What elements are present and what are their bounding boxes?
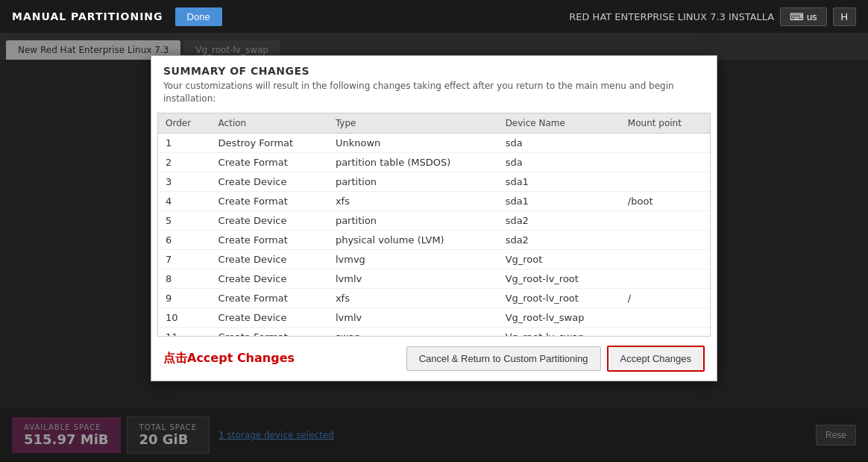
- cell-device: sda: [498, 133, 620, 152]
- table-row: 9Create FormatxfsVg_root-lv_root/: [158, 288, 710, 308]
- cell-order: 4: [158, 191, 211, 210]
- cell-device: Vg_root-lv_root: [498, 269, 620, 288]
- table-body: 1Destroy FormatUnknownsda2Create Formatp…: [158, 133, 710, 337]
- cell-action: Destroy Format: [211, 133, 328, 152]
- cell-order: 10: [158, 308, 211, 327]
- cell-order: 6: [158, 230, 211, 249]
- table-row: 3Create Devicepartitionsda1: [158, 172, 710, 191]
- changes-table-wrapper: Order Action Type Device Name Mount poin…: [157, 113, 711, 337]
- cell-action: Create Format: [211, 230, 328, 249]
- cell-action: Create Device: [211, 249, 328, 269]
- cell-mount: /boot: [620, 191, 710, 210]
- cell-order: 5: [158, 210, 211, 230]
- table-row: 10Create DevicelvmlvVg_root-lv_swap: [158, 308, 710, 327]
- cell-device: Vg_root: [498, 249, 620, 269]
- cell-device: sda2: [498, 210, 620, 230]
- col-order: Order: [158, 113, 211, 134]
- cell-order: 3: [158, 172, 211, 191]
- cell-order: 2: [158, 152, 211, 172]
- help-button[interactable]: H: [833, 7, 856, 26]
- cell-action: Create Device: [211, 172, 328, 191]
- hint-text: 点击Accept Changes: [163, 351, 295, 366]
- cell-device: sda1: [498, 172, 620, 191]
- cell-type: physical volume (LVM): [328, 230, 498, 249]
- cell-mount: [620, 133, 710, 152]
- cell-device: sda2: [498, 230, 620, 249]
- table-row: 2Create Formatpartition table (MSDOS)sda: [158, 152, 710, 172]
- cell-order: 1: [158, 133, 211, 152]
- center-area: New Red Hat Enterprise Linux 7.3 Vg_root…: [0, 33, 868, 462]
- cell-type: xfs: [328, 288, 498, 308]
- table-row: 6Create Formatphysical volume (LVM)sda2: [158, 230, 710, 249]
- cell-type: swap: [328, 327, 498, 337]
- cell-action: Create Format: [211, 327, 328, 337]
- cell-device: sda1: [498, 191, 620, 210]
- changes-table: Order Action Type Device Name Mount poin…: [158, 113, 710, 337]
- cell-device: sda: [498, 152, 620, 172]
- cell-action: Create Format: [211, 152, 328, 172]
- done-button[interactable]: Done: [175, 7, 222, 26]
- cell-device: Vg_root-lv_root: [498, 288, 620, 308]
- dialog-footer: 点击Accept Changes Cancel & Return to Cust…: [151, 337, 717, 381]
- table-header-row: Order Action Type Device Name Mount poin…: [158, 113, 710, 134]
- cell-type: partition: [328, 172, 498, 191]
- table-row: 11Create FormatswapVg_root-lv_swap: [158, 327, 710, 337]
- table-row: 7Create DevicelvmvgVg_root: [158, 249, 710, 269]
- table-row: 1Destroy FormatUnknownsda: [158, 133, 710, 152]
- cell-mount: /: [620, 288, 710, 308]
- col-type: Type: [328, 113, 498, 134]
- cell-type: xfs: [328, 191, 498, 210]
- cell-mount: [620, 269, 710, 288]
- cell-mount: [620, 152, 710, 172]
- cell-mount: [620, 249, 710, 269]
- table-row: 4Create Formatxfssda1/boot: [158, 191, 710, 210]
- cell-type: partition: [328, 210, 498, 230]
- cancel-button[interactable]: Cancel & Return to Custom Partitioning: [406, 346, 601, 371]
- col-device: Device Name: [498, 113, 620, 134]
- accept-button[interactable]: Accept Changes: [607, 346, 705, 372]
- cell-mount: [620, 210, 710, 230]
- dialog-subtitle: Your customizations will result in the f…: [151, 80, 717, 113]
- cell-type: Unknown: [328, 133, 498, 152]
- cell-action: Create Format: [211, 191, 328, 210]
- cell-action: Create Device: [211, 308, 328, 327]
- cell-mount: [620, 308, 710, 327]
- cell-action: Create Format: [211, 288, 328, 308]
- cell-order: 11: [158, 327, 211, 337]
- cell-action: Create Device: [211, 269, 328, 288]
- cell-device: Vg_root-lv_swap: [498, 308, 620, 327]
- cell-action: Create Device: [211, 210, 328, 230]
- dialog-overlay: SUMMARY OF CHANGES Your customizations w…: [0, 33, 868, 462]
- cell-mount: [620, 327, 710, 337]
- table-row: 8Create DevicelvmlvVg_root-lv_root: [158, 269, 710, 288]
- cell-order: 9: [158, 288, 211, 308]
- top-bar-right: RED HAT ENTERPRISE LINUX 7.3 INSTALLA ⌨ …: [569, 7, 856, 26]
- dialog-title: SUMMARY OF CHANGES: [151, 56, 717, 80]
- app-title: MANUAL PARTITIONING: [12, 10, 163, 22]
- top-bar: MANUAL PARTITIONING Done RED HAT ENTERPR…: [0, 0, 868, 33]
- top-bar-left: MANUAL PARTITIONING Done: [12, 7, 222, 26]
- table-row: 5Create Devicepartitionsda2: [158, 210, 710, 230]
- cell-type: partition table (MSDOS): [328, 152, 498, 172]
- cell-device: Vg_root-lv_swap: [498, 327, 620, 337]
- cell-order: 8: [158, 269, 211, 288]
- cell-type: lvmlv: [328, 308, 498, 327]
- keyboard-button[interactable]: ⌨ us: [780, 7, 826, 26]
- cell-mount: [620, 172, 710, 191]
- cell-order: 7: [158, 249, 211, 269]
- col-mount: Mount point: [620, 113, 710, 134]
- cell-type: lvmvg: [328, 249, 498, 269]
- col-action: Action: [211, 113, 328, 134]
- cell-mount: [620, 230, 710, 249]
- cell-type: lvmlv: [328, 269, 498, 288]
- summary-dialog: SUMMARY OF CHANGES Your customizations w…: [151, 55, 717, 381]
- distro-title: RED HAT ENTERPRISE LINUX 7.3 INSTALLA: [569, 11, 774, 22]
- main-area: New Red Hat Enterprise Linux 7.3 Vg_root…: [0, 33, 868, 462]
